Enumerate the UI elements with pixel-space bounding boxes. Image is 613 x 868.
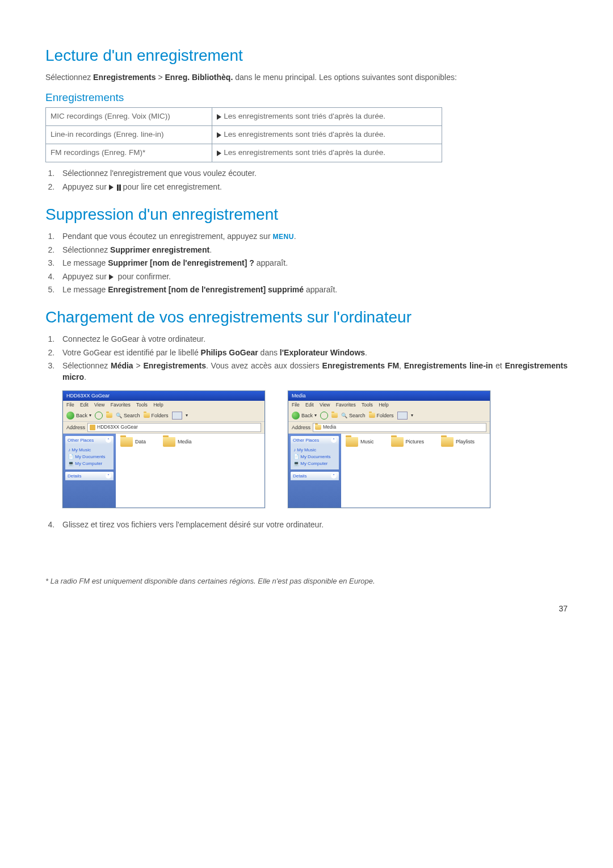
panel-title: Other Places	[68, 437, 94, 443]
up-button[interactable]	[331, 413, 338, 418]
cell: MIC recordings (Enreg. Voix (MIC))	[46, 108, 212, 126]
link-my-music[interactable]: ♪ My Music	[293, 447, 336, 453]
list-item: Pendant que vous écoutez un enregistreme…	[57, 231, 568, 242]
folders-button[interactable]: Folders	[144, 412, 169, 420]
text: .	[209, 245, 212, 254]
text-bold: Philips GoGear	[201, 348, 258, 357]
address-bar: Address HDD63XX GoGear	[63, 422, 264, 434]
recordings-table: MIC recordings (Enreg. Voix (MIC)) Les e…	[45, 107, 442, 162]
explorer-window-media: Media File Edit View Favorites Tools Hel…	[288, 391, 490, 508]
folder-playlists[interactable]: Playlists	[441, 437, 475, 447]
text: >	[158, 73, 165, 82]
toolbar: Back ▾ 🔍 Search Folders ▾	[288, 410, 490, 422]
menu-tools[interactable]: Tools	[362, 402, 373, 408]
folder-media[interactable]: Media	[163, 437, 192, 447]
menu-view[interactable]: View	[94, 402, 104, 408]
search-button[interactable]: 🔍 Search	[341, 412, 366, 420]
explorer-window-gogear: HDD63XX GoGear File Edit View Favorites …	[62, 391, 265, 508]
menu-help[interactable]: Help	[153, 402, 163, 408]
link-my-documents[interactable]: 📄 My Documents	[293, 454, 336, 460]
folder-up-icon	[331, 413, 338, 418]
text-bold: Enregistrement [nom de l'enregistrement]…	[108, 285, 304, 294]
list-item: Connectez le GoGear à votre ordinateur.	[57, 334, 568, 345]
cell: Les enregistrements sont triés d'après l…	[212, 144, 442, 162]
link-my-computer[interactable]: 💻 My Computer	[293, 460, 336, 467]
views-button[interactable]	[172, 412, 182, 420]
menu-edit[interactable]: Edit	[305, 402, 314, 408]
text: pour lire cet enregistrement.	[123, 182, 222, 191]
text-bold: Supprimer enregistrement	[110, 245, 209, 254]
text: Sélectionnez	[45, 73, 93, 82]
folder-music[interactable]: Music	[346, 437, 374, 447]
folder-data[interactable]: Data	[120, 437, 146, 447]
steps-chargement: Connectez le GoGear à votre ordinateur. …	[57, 334, 568, 383]
menu-view[interactable]: View	[320, 402, 330, 408]
folder-label: Media	[178, 438, 192, 446]
list-item: Votre GoGear est identifié par le libell…	[57, 347, 568, 359]
menu-file[interactable]: File	[66, 402, 74, 408]
text: et	[496, 361, 505, 370]
panel-title: Details	[68, 473, 81, 479]
menu-help[interactable]: Help	[379, 402, 388, 408]
label: Folders	[377, 412, 394, 420]
folder-icon	[441, 437, 454, 447]
back-button[interactable]: Back ▾	[66, 412, 91, 420]
expand-icon[interactable]: ˅	[106, 473, 111, 479]
address-input[interactable]: HDD63XX GoGear	[87, 423, 261, 432]
text: .	[294, 232, 296, 241]
drive-icon	[90, 425, 95, 430]
folder-icon	[144, 413, 150, 418]
text: Les enregistrements sont triés d'après l…	[224, 148, 385, 157]
expand-icon[interactable]: ˅	[331, 473, 337, 479]
text: Les enregistrements sont triés d'après l…	[224, 112, 385, 120]
folder-label: Playlists	[456, 438, 475, 446]
heading-suppression: Suppression d'un enregistrement	[45, 203, 568, 225]
link-my-music[interactable]: ♪ My Music	[68, 447, 111, 453]
menu-favorites[interactable]: Favorites	[336, 402, 356, 408]
collapse-icon[interactable]: ˄	[331, 437, 337, 443]
label: Folders	[152, 412, 169, 420]
folder-pictures[interactable]: Pictures	[391, 437, 425, 447]
menubar: File Edit View Favorites Tools Help	[63, 401, 264, 410]
play-icon	[217, 150, 221, 156]
menu-file[interactable]: File	[292, 402, 300, 408]
menu-tools[interactable]: Tools	[136, 402, 148, 408]
text: dans le menu principal. Les options suiv…	[235, 73, 457, 82]
link-my-computer[interactable]: 💻 My Computer	[68, 460, 111, 467]
panel-title: Details	[293, 473, 306, 479]
steps-suppression: Pendant que vous écoutez un enregistreme…	[57, 231, 568, 296]
folder-icon	[315, 425, 321, 430]
text-bold: Média	[111, 361, 133, 370]
menu-edit[interactable]: Edit	[80, 402, 89, 408]
address-value: HDD63XX GoGear	[97, 424, 138, 431]
link-my-documents[interactable]: 📄 My Documents	[68, 454, 111, 460]
views-button[interactable]	[397, 412, 408, 420]
folder-icon	[346, 437, 358, 447]
text: Le message	[62, 285, 108, 294]
text: Sélectionnez	[62, 245, 110, 254]
folder-label: Data	[135, 438, 146, 446]
address-label: Address	[292, 424, 310, 431]
play-icon	[109, 184, 114, 190]
footnote: * La radio FM est uniquement disponible …	[45, 576, 568, 586]
collapse-icon[interactable]: ˄	[106, 437, 111, 443]
cell: FM recordings (Enreg. FM)*	[46, 144, 212, 162]
text: Appuyez sur	[62, 272, 109, 281]
up-button[interactable]	[106, 413, 112, 418]
address-input[interactable]: Media	[313, 423, 486, 432]
content-area: Data Media	[116, 434, 264, 508]
forward-button[interactable]	[95, 412, 103, 420]
text: Le message	[62, 258, 108, 267]
address-label: Address	[66, 424, 85, 431]
text: .	[365, 348, 367, 357]
text-bold: Enreg. Bibliothèq.	[165, 73, 233, 82]
folder-up-icon	[106, 413, 112, 418]
back-icon	[66, 412, 74, 420]
back-button[interactable]: Back ▾	[292, 412, 317, 420]
search-button[interactable]: 🔍 Search	[116, 412, 140, 420]
list-item: Le message Enregistrement [nom de l'enre…	[57, 284, 568, 296]
folders-button[interactable]: Folders	[369, 412, 394, 420]
forward-button[interactable]	[320, 412, 328, 420]
text: ,	[399, 361, 404, 370]
menu-favorites[interactable]: Favorites	[111, 402, 131, 408]
